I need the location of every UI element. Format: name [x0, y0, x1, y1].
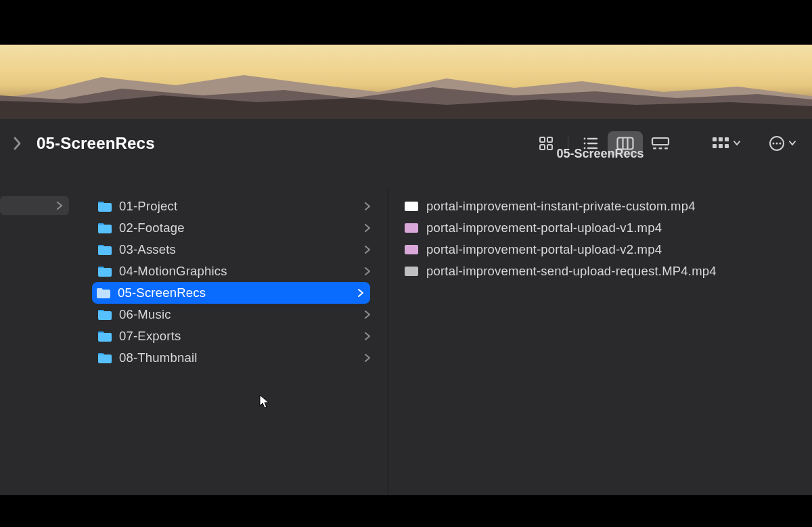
folder-row[interactable]: 06-Music	[93, 304, 377, 325]
file-name: portal-improvement-portal-upload-v2.mp4	[426, 242, 801, 257]
folder-name: 08-Thumbnail	[119, 350, 358, 365]
folder-row[interactable]: 02-Footage	[93, 217, 377, 239]
folder-icon	[97, 265, 112, 277]
svg-point-24	[773, 142, 775, 144]
folder-name: 03-Assets	[119, 242, 358, 257]
chevron-right-icon	[363, 311, 371, 319]
window-title: 05-ScreenRecs	[37, 134, 155, 153]
column-browser: 01-Project 02-Footage 03-Assets 04-Motio…	[0, 189, 812, 495]
folder-row[interactable]: 08-Thumbnail	[93, 347, 377, 369]
chevron-right-icon	[363, 246, 371, 254]
folder-name: 07-Exports	[119, 329, 358, 344]
folder-row[interactable]: 07-Exports	[93, 325, 377, 347]
finder-window: 05-ScreenRecs	[0, 119, 812, 495]
letterbox-bottom	[0, 495, 812, 527]
video-thumb-icon	[405, 245, 418, 254]
parent-selected-row[interactable]	[0, 196, 69, 215]
chevron-right-icon	[363, 354, 371, 362]
video-thumb-icon	[405, 267, 418, 276]
chevron-right-icon	[12, 136, 22, 151]
chevron-right-icon	[363, 267, 371, 275]
column-title: 05-ScreenRecs	[388, 147, 812, 168]
file-row[interactable]: portal-improvement-send-upload-request.M…	[405, 260, 801, 282]
folder-row[interactable]: 01-Project	[93, 196, 377, 217]
column-folders[interactable]: 01-Project 02-Footage 03-Assets 04-Motio…	[80, 189, 388, 495]
file-row[interactable]: portal-improvement-portal-upload-v1.mp4	[405, 217, 801, 239]
folder-name: 05-ScreenRecs	[118, 285, 351, 300]
folder-icon	[97, 308, 112, 321]
column-files[interactable]: portal-improvement-instant-private-custo…	[388, 189, 812, 495]
chevron-right-icon	[363, 202, 371, 210]
folder-name: 06-Music	[119, 307, 358, 322]
column-parent[interactable]	[0, 189, 80, 495]
folder-icon	[97, 330, 112, 342]
chevron-right-icon	[357, 289, 365, 297]
svg-point-6	[584, 142, 586, 144]
svg-rect-18	[719, 137, 723, 141]
svg-rect-1	[547, 137, 552, 142]
svg-rect-0	[540, 137, 545, 142]
chevron-down-icon	[734, 141, 740, 146]
svg-point-26	[780, 142, 782, 144]
folder-row[interactable]: 03-Assets	[93, 239, 377, 260]
svg-point-4	[584, 137, 586, 139]
folder-icon	[96, 287, 111, 299]
folder-icon	[97, 200, 112, 212]
folder-icon	[97, 352, 112, 364]
chevron-right-icon	[363, 224, 371, 232]
video-thumb-icon	[405, 223, 418, 233]
file-name: portal-improvement-send-upload-request.M…	[426, 264, 801, 279]
letterbox-top	[0, 0, 812, 45]
folder-name: 02-Footage	[119, 221, 358, 235]
file-row[interactable]: portal-improvement-instant-private-custo…	[405, 196, 801, 217]
svg-rect-17	[713, 137, 717, 141]
folder-icon	[97, 222, 112, 234]
folder-name: 04-MotionGraphics	[119, 264, 358, 279]
svg-rect-13	[652, 138, 669, 145]
chevron-down-icon	[789, 141, 796, 146]
folder-row[interactable]: 04-MotionGraphics	[93, 260, 377, 282]
svg-point-25	[776, 142, 778, 144]
folder-icon	[97, 244, 112, 256]
file-row[interactable]: portal-improvement-portal-upload-v2.mp4	[405, 239, 801, 260]
chevron-right-icon	[363, 332, 371, 340]
back-button[interactable]	[7, 133, 27, 154]
video-thumb-icon	[405, 202, 418, 211]
file-name: portal-improvement-portal-upload-v1.mp4	[426, 221, 801, 235]
folder-row[interactable]: 05-ScreenRecs	[92, 282, 370, 304]
desktop-wallpaper	[0, 45, 812, 119]
folder-name: 01-Project	[119, 199, 358, 214]
chevron-right-icon	[55, 202, 64, 210]
mountain-layer-front	[0, 89, 812, 119]
mouse-cursor-icon	[258, 394, 271, 409]
svg-rect-19	[725, 137, 729, 141]
file-name: portal-improvement-instant-private-custo…	[426, 199, 801, 214]
